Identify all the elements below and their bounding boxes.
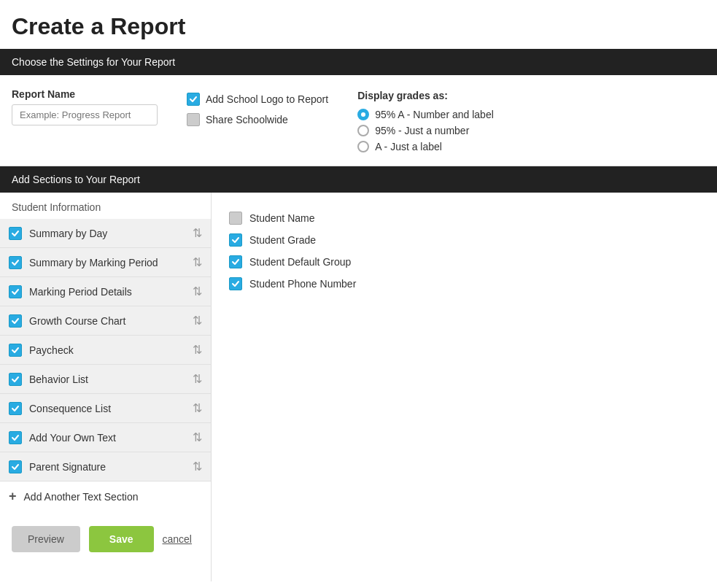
grade-option-1-row[interactable]: 95% A - Number and label <box>357 109 494 120</box>
add-logo-checkbox[interactable] <box>187 93 200 106</box>
sections-right: Student Name Student Grade Student Defau… <box>212 193 717 581</box>
drag-handle-summary-marking[interactable]: ⇅ <box>193 255 202 269</box>
buttons-row: Preview Save cancel <box>0 511 211 567</box>
grade-option-1-label: 95% A - Number and label <box>375 109 494 120</box>
section-label-summary-day: Summary by Day <box>29 228 185 239</box>
grade-option-3-row[interactable]: A - Just a label <box>357 141 494 152</box>
section-behavior-list[interactable]: Behavior List ⇅ <box>0 365 211 394</box>
student-default-group-row[interactable]: Student Default Group <box>229 251 699 273</box>
section-consequence-list[interactable]: Consequence List ⇅ <box>0 394 211 423</box>
student-default-group-label: Student Default Group <box>249 256 351 268</box>
section-checkbox-parent-signature[interactable] <box>9 460 22 473</box>
drag-handle-summary-day[interactable]: ⇅ <box>193 226 202 240</box>
sections-header: Add Sections to Your Report <box>0 166 717 193</box>
add-logo-row[interactable]: Add School Logo to Report <box>187 93 328 106</box>
student-phone-label: Student Phone Number <box>249 278 356 290</box>
drag-handle-behavior-list[interactable]: ⇅ <box>193 372 202 386</box>
report-name-group: Report Name <box>12 88 158 125</box>
student-name-row[interactable]: Student Name <box>229 207 699 229</box>
student-name-label: Student Name <box>249 212 315 224</box>
student-grade-row[interactable]: Student Grade <box>229 229 699 251</box>
grade-radio-2[interactable] <box>357 125 369 136</box>
report-name-label: Report Name <box>12 88 158 100</box>
section-label-add-own-text: Add Your Own Text <box>29 432 185 444</box>
section-label-consequence-list: Consequence List <box>29 403 185 414</box>
section-checkbox-growth-course[interactable] <box>9 314 22 328</box>
add-another-label: Add Another Text Section <box>24 491 139 503</box>
section-summary-day[interactable]: Summary by Day ⇅ <box>0 219 211 248</box>
section-checkbox-summary-day[interactable] <box>9 227 22 240</box>
logo-share-group: Add School Logo to Report Share Schoolwi… <box>187 88 328 126</box>
drag-handle-consequence-list[interactable]: ⇅ <box>193 401 202 415</box>
page-title: Create a Report <box>0 0 717 49</box>
drag-handle-marking-details[interactable]: ⇅ <box>193 285 202 298</box>
section-checkbox-marking-details[interactable] <box>9 285 22 298</box>
grade-option-2-label: 95% - Just a number <box>375 125 469 136</box>
grade-radio-1[interactable] <box>357 109 369 120</box>
add-logo-label: Add School Logo to Report <box>206 93 328 105</box>
section-label-behavior-list: Behavior List <box>29 374 185 385</box>
student-grade-checkbox[interactable] <box>229 233 242 247</box>
preview-button[interactable]: Preview <box>12 526 80 552</box>
section-label-marking-details: Marking Period Details <box>29 286 185 298</box>
report-name-input[interactable] <box>12 104 158 125</box>
drag-handle-growth-course[interactable]: ⇅ <box>193 314 202 328</box>
save-button[interactable]: Save <box>89 526 154 552</box>
student-phone-checkbox[interactable] <box>229 277 242 290</box>
grade-option-2-row[interactable]: 95% - Just a number <box>357 125 494 136</box>
sections-left: Student Information Summary by Day ⇅ Sum… <box>0 193 212 581</box>
section-label-paycheck: Paycheck <box>29 344 185 356</box>
grades-label: Display grades as: <box>357 90 494 101</box>
section-checkbox-paycheck[interactable] <box>9 344 22 357</box>
section-marking-details[interactable]: Marking Period Details ⇅ <box>0 277 211 306</box>
section-checkbox-add-own-text[interactable] <box>9 431 22 444</box>
grades-group: Display grades as: 95% A - Number and la… <box>357 88 494 152</box>
section-checkbox-consequence-list[interactable] <box>9 402 22 415</box>
grade-radio-3[interactable] <box>357 141 369 152</box>
drag-handle-paycheck[interactable]: ⇅ <box>193 343 202 357</box>
section-parent-signature[interactable]: Parent Signature ⇅ <box>0 452 211 481</box>
add-icon: + <box>9 489 17 504</box>
section-summary-marking[interactable]: Summary by Marking Period ⇅ <box>0 248 211 277</box>
share-schoolwide-row[interactable]: Share Schoolwide <box>187 113 328 126</box>
student-phone-row[interactable]: Student Phone Number <box>229 273 699 295</box>
drag-handle-add-own-text[interactable]: ⇅ <box>193 430 202 444</box>
section-label-summary-marking: Summary by Marking Period <box>29 257 185 268</box>
student-info-header: Student Information <box>0 193 211 219</box>
settings-area: Report Name Add School Logo to Report Sh… <box>0 75 717 166</box>
grade-option-3-label: A - Just a label <box>375 141 442 152</box>
add-another-text-row[interactable]: + Add Another Text Section <box>0 481 211 511</box>
sections-area: Student Information Summary by Day ⇅ Sum… <box>0 193 717 581</box>
section-add-own-text[interactable]: Add Your Own Text ⇅ <box>0 423 211 452</box>
section-checkbox-summary-marking[interactable] <box>9 256 22 269</box>
section-checkbox-behavior-list[interactable] <box>9 373 22 386</box>
student-grade-label: Student Grade <box>249 234 316 246</box>
student-name-checkbox[interactable] <box>229 212 242 225</box>
drag-handle-parent-signature[interactable]: ⇅ <box>193 460 202 473</box>
section-label-growth-course: Growth Course Chart <box>29 315 185 327</box>
section-label-parent-signature: Parent Signature <box>29 461 185 473</box>
settings-header: Choose the Settings for Your Report <box>0 49 717 75</box>
share-schoolwide-checkbox[interactable] <box>187 113 200 126</box>
cancel-button[interactable]: cancel <box>163 533 192 545</box>
share-schoolwide-label: Share Schoolwide <box>206 114 288 125</box>
section-growth-course[interactable]: Growth Course Chart ⇅ <box>0 306 211 336</box>
section-paycheck[interactable]: Paycheck ⇅ <box>0 336 211 365</box>
student-default-group-checkbox[interactable] <box>229 255 242 268</box>
